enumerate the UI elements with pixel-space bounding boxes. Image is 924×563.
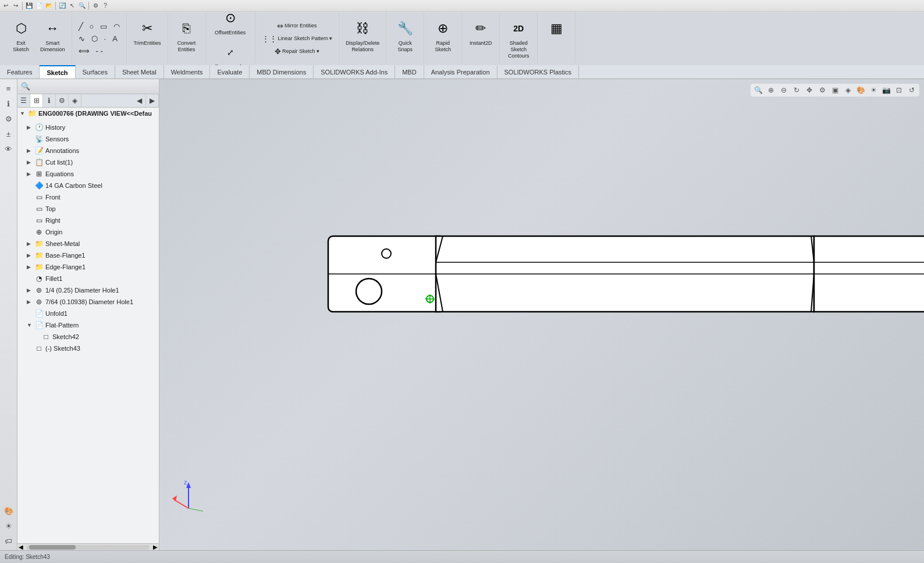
camera-icon[interactable]: 📷 [881, 85, 891, 95]
offset-surface-button[interactable]: ⤢ OffsetOnSurface [209, 39, 251, 65]
trim-entities-button[interactable]: ✂ TrimEntities [130, 15, 164, 62]
section-view-icon[interactable]: ⊡ [894, 85, 904, 95]
rectangle-btn[interactable]: ▭ [97, 20, 110, 32]
options-icon[interactable]: ⚙ [91, 1, 100, 10]
scrollbar-thumb[interactable] [29, 545, 76, 550]
refresh-icon[interactable]: ↺ [907, 85, 917, 95]
redo-icon[interactable]: ↪ [11, 1, 20, 10]
polygon-btn[interactable]: ⬡ [88, 33, 101, 44]
undo-icon[interactable]: ↩ [1, 1, 10, 10]
tab-evaluate[interactable]: Evaluate [210, 65, 250, 79]
tab-plastics[interactable]: SOLIDWORKS Plastics [497, 65, 580, 79]
zoom-in-icon[interactable]: ⊕ [766, 85, 776, 95]
offset-entities-button[interactable]: ⊙ OffsetEntities [212, 12, 248, 38]
tab-surfaces[interactable]: Surfaces [76, 65, 115, 79]
tree-scrollbar[interactable]: ◀ ▶ [17, 543, 159, 550]
spline-btn[interactable]: ∿ [76, 33, 88, 44]
tree-item-unfold[interactable]: 📄 Unfold1 [17, 308, 159, 319]
repair-sketch-button[interactable]: 🔧 QuickSnaps [390, 15, 420, 62]
tab-sheet-metal[interactable]: Sheet Metal [115, 65, 164, 79]
tree-nav-next[interactable]: ▶ [146, 94, 159, 107]
linear-dropdown-icon[interactable]: ▾ [329, 35, 332, 41]
tree-item-fillet[interactable]: ◔ Fillet1 [17, 273, 159, 284]
tree-item-hole1[interactable]: ▶ ⊚ 1/4 (0.25) Diameter Hole1 [17, 284, 159, 296]
tree-item-equations[interactable]: ▶ ⊞ Equations [17, 168, 159, 180]
point-btn[interactable]: · [101, 33, 109, 44]
zoom-to-fit-icon[interactable]: 🔍 [753, 85, 763, 95]
tree-item-front[interactable]: ▭ Front [17, 191, 159, 203]
tree-item-hole2[interactable]: ▶ ⊚ 7/64 (0.10938) Diameter Hole1 [17, 296, 159, 308]
save-icon[interactable]: 💾 [24, 1, 34, 10]
tab-analysis[interactable]: Analysis Preparation [424, 65, 497, 79]
tree-item-top[interactable]: ▭ Top [17, 203, 159, 215]
tree-item-flat-pattern[interactable]: ▼ 📄 Flat-Pattern [17, 319, 159, 331]
tree-tab-display[interactable]: ◈ [69, 94, 81, 107]
mirror-entities-button[interactable]: ⇔ Mirror Entities [274, 20, 320, 31]
appearances-icon[interactable]: 🎨 [2, 504, 16, 518]
rotate-icon[interactable]: ↻ [791, 85, 802, 95]
shaded-contours-button[interactable]: ▦ [541, 15, 571, 62]
exit-sketch-button[interactable]: ⬡ ExitSketch [6, 15, 36, 62]
display-mode-icon[interactable]: ▣ [830, 85, 840, 95]
linear-sketch-button[interactable]: ⋮⋮ Linear Sketch Pattern ▾ [259, 33, 336, 44]
tree-item-edge-flange[interactable]: ▶ 📁 Edge-Flange1 [17, 261, 159, 273]
tab-features[interactable]: Features [0, 65, 40, 79]
tree-item-right[interactable]: ▭ Right [17, 215, 159, 226]
select-icon[interactable]: ↖ [67, 1, 77, 10]
rapid-sketch-button[interactable]: ✏ Instant2D [465, 15, 496, 62]
tab-sketch[interactable]: Sketch [40, 65, 75, 79]
arc-btn[interactable]: ◠ [111, 20, 123, 32]
decals-icon[interactable]: 🏷 [2, 534, 16, 548]
tree-tab-feature[interactable]: ⊞ [30, 94, 43, 107]
new-icon[interactable]: 📄 [34, 1, 44, 10]
construction-btn[interactable]: - - [93, 45, 106, 56]
tree-tab-list[interactable]: ☰ [17, 94, 30, 107]
configuration-manager-icon[interactable]: ⚙ [2, 112, 16, 126]
move-entities-button[interactable]: ✥ Repair Sketch ▾ [272, 45, 322, 57]
tree-item-origin[interactable]: ⊕ Origin [17, 226, 159, 238]
display-delete-button[interactable]: ⛓ Display/DeleteRelations [343, 15, 382, 62]
circle-btn[interactable]: ○ [87, 20, 97, 32]
tab-solidworks-addins[interactable]: SOLIDWORKS Add-Ins [314, 65, 395, 79]
open-icon[interactable]: 📂 [44, 1, 54, 10]
tab-mbd-dimensions[interactable]: MBD Dimensions [250, 65, 314, 79]
lighting-icon[interactable]: ☀ [868, 85, 879, 95]
tab-weldments[interactable]: Weldments [164, 65, 211, 79]
dim-xpert-icon[interactable]: ± [2, 127, 16, 141]
tree-tab-config[interactable]: ⚙ [56, 94, 69, 107]
tree-item-annotations[interactable]: ▶ 📝 Annotations [17, 145, 159, 156]
line-btn[interactable]: ╱ [76, 20, 86, 32]
tree-item-history[interactable]: ▶ 🕐 History [17, 122, 159, 133]
tree-item-base-flange[interactable]: ▶ 📁 Base-Flange1 [17, 250, 159, 261]
move-dropdown-icon[interactable]: ▾ [317, 48, 319, 54]
quick-snaps-button[interactable]: ⊕ RapidSketch [428, 15, 458, 62]
scroll-right-btn[interactable]: ▶ [152, 544, 159, 550]
search-tree-btn[interactable]: 🔍 [20, 81, 31, 92]
mirror-line-btn[interactable]: ⟺ [76, 45, 93, 56]
text-btn[interactable]: A [109, 33, 120, 44]
tree-item-sketch42[interactable]: □ Sketch42 [17, 331, 159, 343]
scroll-left-btn[interactable]: ◀ [17, 544, 24, 550]
tree-nav-prev[interactable]: ◀ [133, 94, 146, 107]
scenes-icon[interactable]: ☀ [2, 519, 16, 533]
tree-root-item[interactable]: ▼ 📁 ENG000766 (DRAWING VIEW<<Defau [17, 108, 159, 119]
tree-tab-property[interactable]: ℹ [43, 94, 56, 107]
tree-item-sensors[interactable]: 📡 Sensors [17, 133, 159, 145]
pan-icon[interactable]: ✥ [804, 85, 815, 95]
appearance-icon[interactable]: 🎨 [855, 85, 866, 95]
tree-item-cutlist[interactable]: ▶ 📋 Cut list(1) [17, 156, 159, 168]
shading-icon[interactable]: ◈ [843, 85, 853, 95]
convert-entities-button[interactable]: ⎘ ConvertEntities [172, 15, 202, 62]
instant2d-button[interactable]: 2D ShadedSketchContours [503, 15, 534, 62]
feature-manager-icon[interactable]: ≡ [2, 81, 16, 95]
tree-item-sheetmetal[interactable]: ▶ 📁 Sheet-Metal [17, 238, 159, 250]
rebuild-icon[interactable]: 🔄 [58, 1, 67, 10]
display-manager-icon[interactable]: 👁 [2, 142, 16, 156]
tree-item-sketch43[interactable]: □ (-) Sketch43 [17, 343, 159, 354]
zoom-out-icon[interactable]: ⊖ [779, 85, 789, 95]
zoom-icon[interactable]: 🔍 [77, 1, 87, 10]
tree-item-material[interactable]: 🔷 14 GA Carbon Steel [17, 180, 159, 191]
view-options-icon[interactable]: ⚙ [817, 85, 827, 95]
property-manager-icon[interactable]: ℹ [2, 97, 16, 111]
smart-dimension-button[interactable]: ↔ SmartDimension [37, 15, 68, 62]
